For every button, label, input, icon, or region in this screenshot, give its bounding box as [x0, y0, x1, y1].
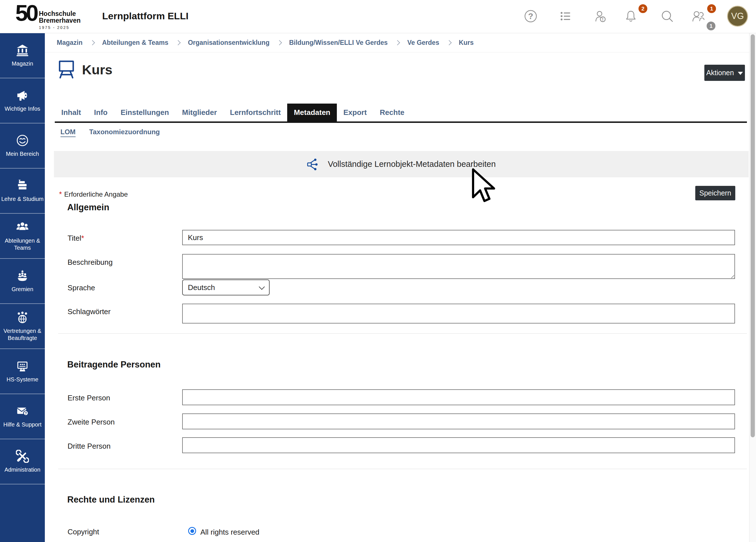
people-group-icon — [16, 221, 29, 234]
smiley-icon — [16, 134, 29, 147]
help-button[interactable]: ? — [524, 9, 538, 23]
tab-mitglieder[interactable]: Mitglieder — [175, 104, 223, 121]
vertical-scrollbar-track[interactable] — [749, 33, 756, 542]
section-heading-allgemein: Allgemein — [67, 202, 109, 213]
search-button[interactable] — [660, 9, 674, 23]
books-icon — [16, 179, 29, 192]
sidebar-item-hilfe-support[interactable]: ? Hilfe & Support — [0, 394, 45, 439]
sidebar-item-label: Administration — [1, 466, 44, 473]
titel-input[interactable] — [182, 230, 735, 245]
contacts-badge-new: 1 — [707, 4, 716, 13]
breadcrumb-link[interactable]: Bildung/Wissen/ELLI Ve Gerdes — [289, 39, 388, 47]
bank-icon — [16, 44, 29, 57]
course-easel-icon — [58, 60, 75, 79]
logo-years: 1975 - 2025 — [39, 25, 81, 30]
required-star: * — [59, 190, 62, 198]
schlagwoerter-input[interactable] — [182, 304, 735, 323]
tab-einstellungen[interactable]: Einstellungen — [114, 104, 175, 121]
dritte-person-label: Dritte Person — [68, 442, 111, 451]
user-status-button[interactable]: ! — [594, 9, 608, 23]
sidebar-item-lehre-studium[interactable]: Lehre & Studium — [0, 169, 45, 214]
sidebar-item-administration[interactable]: Administration — [0, 439, 45, 484]
committee-icon — [16, 269, 29, 282]
mail-question-icon: ? — [16, 405, 29, 418]
copyright-radio-label: All rights reserved — [200, 528, 259, 537]
edit-full-metadata-label: Vollständige Lernobjekt-Metadaten bearbe… — [328, 159, 496, 169]
contacts-badge-total: 1 — [707, 22, 715, 30]
page-head: Kurs — [58, 60, 112, 79]
main-sidebar: Magazin Wichtige Infos Mein Bereich — [0, 33, 45, 542]
vertical-scrollbar-thumb[interactable] — [751, 34, 755, 437]
breadcrumb-link[interactable]: Abteilungen & Teams — [102, 39, 168, 47]
required-note: *Erforderliche Angabe — [59, 190, 128, 199]
sidebar-item-label: Wichtige Infos — [1, 105, 44, 112]
user-avatar[interactable]: VG — [727, 6, 748, 27]
section-divider — [58, 469, 747, 469]
sidebar-item-mein-bereich[interactable]: Mein Bereich — [0, 123, 45, 169]
sidebar-item-label: Mein Bereich — [1, 150, 44, 157]
chevron-right-icon — [90, 40, 95, 45]
sprache-label: Sprache — [68, 283, 95, 292]
notifications-button[interactable] — [624, 9, 638, 23]
subtab-bar: LOM Taxonomiezuordnung — [60, 128, 160, 136]
sidebar-item-gremien[interactable]: Gremien — [0, 259, 45, 304]
tab-export[interactable]: Export — [337, 104, 373, 121]
sidebar-item-label: Gremien — [1, 286, 44, 293]
sidebar-item-label: HS-Systeme — [1, 376, 44, 383]
breadcrumb-link[interactable]: Organisationsentwicklung — [188, 39, 270, 47]
tab-lernfortschritt[interactable]: Lernfortschritt — [223, 104, 287, 121]
sidebar-item-abteilungen-teams[interactable]: Abteilungen & Teams — [0, 214, 45, 259]
save-button[interactable]: Speichern — [695, 186, 735, 200]
sidebar-item-hs-systeme[interactable]: HS-Systeme — [0, 349, 45, 394]
tab-inhalt[interactable]: Inhalt — [55, 104, 87, 121]
schlagwoerter-label: Schlagwörter — [68, 307, 111, 316]
copyright-radio-selected[interactable] — [188, 527, 196, 535]
erste-person-input[interactable] — [182, 389, 735, 405]
sprache-select-value: Deutsch — [188, 283, 215, 292]
page-title: Kurs — [82, 62, 112, 77]
app-window: 50 Hochschule Bremerhaven 1975 - 2025 Le… — [0, 0, 756, 542]
sidebar-item-label: Lehre & Studium — [1, 196, 44, 203]
radio-dot — [190, 529, 194, 533]
app-title: Lernplattform ELLI — [102, 10, 188, 22]
section-heading-rechte: Rechte und Lizenzen — [67, 495, 155, 505]
sprache-select[interactable]: Deutsch — [182, 280, 270, 295]
section-divider — [58, 333, 747, 334]
bell-icon — [624, 9, 638, 23]
tab-rechte[interactable]: Rechte — [373, 104, 411, 121]
breadcrumb-current[interactable]: Kurs — [459, 39, 474, 47]
top-header: 50 Hochschule Bremerhaven 1975 - 2025 Le… — [0, 0, 756, 33]
logo-line1: Hochschule — [39, 10, 81, 17]
university-logo[interactable]: 50 Hochschule Bremerhaven 1975 - 2025 — [15, 2, 81, 30]
sidebar-item-magazin[interactable]: Magazin — [0, 33, 45, 78]
contacts-icon — [691, 9, 705, 23]
sidebar-item-label: Magazin — [1, 60, 44, 67]
contacts-button[interactable] — [691, 9, 705, 23]
bullet-list-icon — [558, 9, 573, 23]
tab-metadaten[interactable]: Metadaten — [287, 104, 337, 121]
actions-button-label: Aktionen — [706, 69, 734, 77]
beschreibung-textarea[interactable] — [182, 254, 735, 279]
chevron-right-icon — [395, 40, 400, 45]
subtab-lom[interactable]: LOM — [60, 128, 75, 136]
tab-bar: Inhalt Info Einstellungen Mitglieder Ler… — [55, 104, 747, 123]
megaphone-icon — [16, 89, 29, 102]
chevron-right-icon — [277, 40, 282, 45]
sidebar-item-label: Vertretungen & Beauftragte — [1, 327, 44, 342]
main-content: Magazin Abteilungen & Teams Organisation… — [45, 33, 749, 542]
dritte-person-input[interactable] — [182, 437, 735, 453]
zweite-person-input[interactable] — [182, 413, 735, 429]
edit-full-metadata-link[interactable]: Vollständige Lernobjekt-Metadaten bearbe… — [54, 151, 749, 177]
logo-50-text: 50 — [15, 2, 37, 30]
breadcrumb: Magazin Abteilungen & Teams Organisation… — [45, 33, 749, 52]
sidebar-item-wichtige-infos[interactable]: Wichtige Infos — [0, 78, 45, 123]
breadcrumb-link[interactable]: Ve Gerdes — [407, 39, 439, 47]
sidebar-item-vertretungen-beauftragte[interactable]: Vertretungen & Beauftragte — [0, 304, 45, 349]
user-status-icon: ! — [594, 9, 608, 23]
main-menu-button[interactable] — [558, 9, 573, 23]
actions-button[interactable]: Aktionen — [704, 65, 745, 81]
section-heading-beitragende: Beitragende Personen — [67, 360, 161, 370]
subtab-taxonomiezuordnung[interactable]: Taxonomiezuordnung — [89, 128, 160, 136]
breadcrumb-link[interactable]: Magazin — [57, 39, 83, 47]
tab-info[interactable]: Info — [87, 104, 114, 121]
